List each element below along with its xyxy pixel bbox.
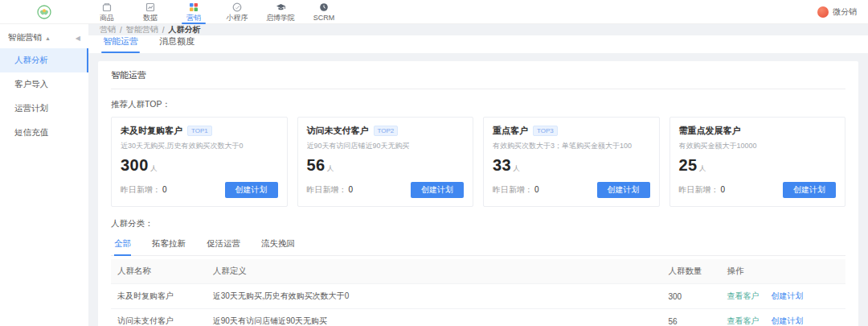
nav-item-scrm[interactable]: SCRM xyxy=(305,0,342,24)
nav-label: 商品 xyxy=(100,14,114,22)
recommend-top-label: 推荐人群TOP： xyxy=(111,89,845,117)
user-name: 微分销 xyxy=(833,6,857,18)
sidebar-item-sms-recharge[interactable]: 短信充值 xyxy=(0,121,88,145)
top-navigation: 商品 数据 营销 小程序 启博学院 xyxy=(88,0,349,24)
cell-crowd-definition: 近30天无购买,历史有效购买次数大于0 xyxy=(207,284,662,309)
sidebar-item-customer-import[interactable]: 客户导入 xyxy=(0,72,88,97)
data-icon xyxy=(145,2,156,13)
sidebar-item-label: 客户导入 xyxy=(14,79,48,90)
create-plan-link[interactable]: 创建计划 xyxy=(771,291,803,300)
classify-tab-churn[interactable]: 流失挽回 xyxy=(261,234,295,255)
yesterday-new-label: 昨日新增：0 xyxy=(121,184,167,196)
sidebar-item-label: 短信充值 xyxy=(14,127,48,138)
nav-label: 数据 xyxy=(143,14,158,22)
nav-label: SCRM xyxy=(313,14,335,22)
sidebar-group-header[interactable]: 智能营销 ▲ ◀ xyxy=(0,27,88,48)
yesterday-new-value: 0 xyxy=(721,185,726,194)
table-row: 访问未支付客户 近90天有访问店铺近90天无购买 56 查看客户 创建计划 xyxy=(111,309,845,326)
nav-label: 启博学院 xyxy=(266,14,295,22)
tab-smart-operation[interactable]: 智能运营 xyxy=(103,35,138,53)
col-header-count: 人群数量 xyxy=(662,259,721,284)
topbar: 商品 数据 营销 小程序 启博学院 xyxy=(0,0,868,24)
app-logo xyxy=(0,5,88,19)
card-description: 近90天有访问店铺近90天无购买 xyxy=(307,141,465,151)
top-badge: TOP3 xyxy=(533,126,558,136)
main-area: 营销 / 智能营销 / 人群分析 智能运营 消息额度 智能运营 推荐人群TOP：… xyxy=(88,24,868,326)
nav-label: 小程序 xyxy=(227,14,248,22)
col-header-actions: 操作 xyxy=(721,259,845,284)
card-count-unit: 人 xyxy=(513,164,520,174)
classify-tabs: 全部 拓客拉新 促活运营 流失挽回 xyxy=(111,234,845,256)
nav-label: 营销 xyxy=(186,14,201,22)
create-plan-button[interactable]: 创建计划 xyxy=(225,182,278,198)
crowd-card-repurchase: 未及时复购客户 TOP1 近30天无购买,历史有效购买次数大于0 300 人 昨… xyxy=(111,117,288,207)
card-description: 有效购买次数大于3；单笔购买金额大于100 xyxy=(493,141,650,151)
card-count: 300 xyxy=(121,156,149,175)
cell-actions: 查看客户 创建计划 xyxy=(721,284,845,309)
yesterday-new-label: 昨日新增：0 xyxy=(493,184,539,196)
cell-crowd-name: 未及时复购客户 xyxy=(111,284,207,309)
crowd-card-unpaid-visit: 访问未支付客户 TOP2 近90天有访问店铺近90天无购买 56 人 昨日新增：… xyxy=(297,117,474,207)
create-plan-button[interactable]: 创建计划 xyxy=(597,182,650,198)
table-header-row: 人群名称 人群定义 人群数量 操作 xyxy=(111,259,845,284)
top-badge: TOP2 xyxy=(374,126,399,136)
col-header-definition: 人群定义 xyxy=(207,259,662,284)
chevron-up-icon: ▲ xyxy=(45,35,76,41)
sidebar-item-crowd-analysis[interactable]: 人群分析 xyxy=(0,48,88,72)
col-header-name: 人群名称 xyxy=(111,259,207,284)
recommend-cards: 未及时复购客户 TOP1 近30天无购买,历史有效购买次数大于0 300 人 昨… xyxy=(111,117,845,207)
card-description: 近30天无购买,历史有效购买次数大于0 xyxy=(121,141,278,151)
card-count-unit: 人 xyxy=(150,164,158,174)
classify-label: 人群分类： xyxy=(111,207,845,234)
marketing-icon xyxy=(189,2,199,13)
breadcrumb-item[interactable]: 营销 xyxy=(100,24,116,35)
cell-crowd-definition: 近90天有访问店铺近90天无购买 xyxy=(207,309,662,326)
nav-item-data[interactable]: 数据 xyxy=(132,0,169,24)
yesterday-new-label: 昨日新增：0 xyxy=(679,184,726,196)
yesterday-new-label: 昨日新增：0 xyxy=(307,184,354,196)
breadcrumb-item[interactable]: 智能营销 xyxy=(126,24,158,35)
card-title: 重点客户 xyxy=(493,125,528,137)
sidebar-group-title: 智能营销 xyxy=(8,32,42,43)
miniprogram-icon xyxy=(232,2,243,13)
card-count-unit: 人 xyxy=(699,164,706,174)
nav-item-goods[interactable]: 商品 xyxy=(88,0,125,24)
cell-actions: 查看客户 创建计划 xyxy=(721,309,845,326)
nav-item-academy[interactable]: 启博学院 xyxy=(262,0,299,24)
nav-item-marketing[interactable]: 营销 xyxy=(175,0,212,24)
crowd-table: 人群名称 人群定义 人群数量 操作 未及时复购客户 近30天无购买,历史有效购买… xyxy=(111,259,845,326)
card-count: 25 xyxy=(679,156,698,175)
tab-message-quota[interactable]: 消息额度 xyxy=(159,35,194,53)
cell-crowd-count: 300 xyxy=(662,284,721,309)
classify-tab-activate[interactable]: 促活运营 xyxy=(207,234,240,255)
card-title: 访问未支付客户 xyxy=(307,125,369,137)
nav-item-miniprogram[interactable]: 小程序 xyxy=(219,0,256,24)
create-plan-button[interactable]: 创建计划 xyxy=(411,182,464,198)
sidebar: 智能营销 ▲ ◀ 人群分析 客户导入 运营计划 短信充值 xyxy=(0,24,88,326)
collapse-sidebar-icon[interactable]: ◀ xyxy=(76,35,80,42)
sidebar-item-operation-plan[interactable]: 运营计划 xyxy=(0,97,88,121)
breadcrumb-separator: / xyxy=(120,26,122,35)
view-customers-link[interactable]: 查看客户 xyxy=(727,316,760,325)
logo-icon xyxy=(37,5,51,19)
yesterday-new-value: 0 xyxy=(162,185,167,194)
content-panel: 智能运营 推荐人群TOP： 未及时复购客户 TOP1 近30天无购买,历史有效购… xyxy=(98,61,858,326)
goods-icon xyxy=(102,2,113,13)
card-title: 未及时复购客户 xyxy=(121,125,182,137)
breadcrumb-current: 人群分析 xyxy=(169,24,201,35)
classify-tab-all[interactable]: 全部 xyxy=(114,234,131,255)
yesterday-new-value: 0 xyxy=(534,185,539,194)
breadcrumb: 营销 / 智能营销 / 人群分析 xyxy=(88,24,868,35)
card-description: 有效购买金额大于10000 xyxy=(679,141,837,151)
scrm-icon xyxy=(319,2,330,13)
create-plan-link[interactable]: 创建计划 xyxy=(771,316,803,325)
yesterday-new-value: 0 xyxy=(349,185,354,194)
user-menu[interactable]: 微分销 xyxy=(817,0,857,24)
cell-crowd-name: 访问未支付客户 xyxy=(111,309,207,326)
academy-icon xyxy=(276,2,286,13)
view-customers-link[interactable]: 查看客户 xyxy=(727,291,760,300)
card-count: 56 xyxy=(307,156,326,175)
classify-tab-acquire[interactable]: 拓客拉新 xyxy=(152,234,186,255)
section-title: 智能运营 xyxy=(111,61,845,89)
create-plan-button[interactable]: 创建计划 xyxy=(783,182,836,198)
